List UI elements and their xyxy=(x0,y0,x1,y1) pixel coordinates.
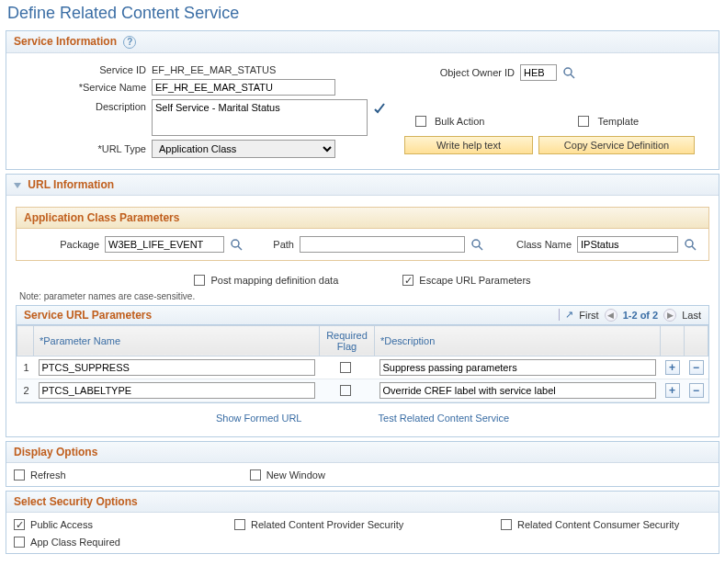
param-desc-input[interactable] xyxy=(379,359,656,376)
svg-line-5 xyxy=(479,246,482,250)
public-access-label: Public Access xyxy=(30,519,93,530)
path-label: Path xyxy=(248,239,294,250)
row-num: 2 xyxy=(17,379,34,401)
escape-url-label: Escape URL Parameters xyxy=(419,275,530,286)
param-name-input[interactable] xyxy=(39,382,315,399)
service-info-section: Service Information ? Service ID EF_HR_E… xyxy=(6,30,719,170)
path-input[interactable] xyxy=(300,236,465,253)
template-checkbox[interactable] xyxy=(578,116,589,127)
app-class-params-section: Application Class Parameters Package Pat… xyxy=(16,207,709,261)
col-param-name[interactable]: *Parameter Name xyxy=(34,325,320,356)
bulk-action-label: Bulk Action xyxy=(435,116,484,127)
url-type-select[interactable]: Application Class xyxy=(152,140,335,158)
description-label: Description xyxy=(17,99,146,112)
class-name-input[interactable] xyxy=(577,236,678,253)
col-required-flag[interactable]: Required Flag xyxy=(320,325,375,356)
provider-security-checkbox[interactable] xyxy=(234,519,245,530)
case-sensitive-note: Note: parameter names are case-sensitive… xyxy=(12,289,713,303)
url-info-section: URL Information Application Class Parame… xyxy=(6,174,719,437)
nav-prev-icon[interactable]: ◀ xyxy=(605,309,617,322)
app-class-required-label: App Class Required xyxy=(30,537,120,548)
description-textarea[interactable]: Self Service - Marital Status xyxy=(152,99,368,136)
bulk-action-checkbox[interactable] xyxy=(415,116,426,127)
class-name-label: Class Name xyxy=(489,239,572,250)
new-window-label: New Window xyxy=(266,469,325,481)
svg-point-4 xyxy=(472,240,480,247)
refresh-label: Refresh xyxy=(30,469,66,481)
delete-row-button[interactable]: − xyxy=(689,360,704,375)
add-row-button[interactable]: + xyxy=(665,383,680,398)
svg-line-3 xyxy=(238,246,242,250)
collapse-icon[interactable] xyxy=(14,183,21,188)
security-options-header: Select Security Options xyxy=(6,492,719,513)
col-description[interactable]: *Description xyxy=(375,325,661,356)
public-access-checkbox[interactable] xyxy=(14,519,25,530)
service-name-input[interactable] xyxy=(152,79,335,96)
nav-last[interactable]: Last xyxy=(682,310,701,321)
class-name-lookup-icon[interactable] xyxy=(684,238,697,251)
new-window-checkbox[interactable] xyxy=(250,469,261,481)
svg-line-1 xyxy=(571,74,574,78)
template-label: Template xyxy=(597,116,639,127)
escape-url-checkbox[interactable] xyxy=(402,275,413,286)
service-url-params-grid: Service URL Parameters ↗ First ◀ 1-2 of … xyxy=(16,305,709,403)
display-options-header: Display Options xyxy=(6,442,719,463)
delete-row-button[interactable]: − xyxy=(689,383,704,398)
test-service-link[interactable]: Test Related Content Service xyxy=(379,413,509,424)
svg-point-0 xyxy=(564,68,572,75)
nav-first[interactable]: First xyxy=(579,310,598,321)
consumer-security-checkbox[interactable] xyxy=(501,519,512,530)
row-num: 1 xyxy=(17,356,34,379)
package-lookup-icon[interactable] xyxy=(230,238,243,251)
service-name-label: Service Name xyxy=(17,82,146,93)
page-title: Define Related Content Service xyxy=(0,0,725,27)
package-input[interactable] xyxy=(105,236,224,253)
url-info-header: URL Information xyxy=(6,175,719,196)
path-lookup-icon[interactable] xyxy=(470,238,483,251)
show-formed-url-link[interactable]: Show Formed URL xyxy=(216,413,302,424)
url-type-label: URL Type xyxy=(17,143,146,154)
write-help-button[interactable]: Write help text xyxy=(404,136,533,154)
param-name-input[interactable] xyxy=(39,359,315,376)
nav-next-icon[interactable]: ▶ xyxy=(663,309,676,322)
object-owner-input[interactable] xyxy=(520,64,557,81)
consumer-security-label: Related Content Consumer Security xyxy=(517,519,679,530)
table-row: 1 + − xyxy=(17,356,708,379)
security-options-section: Select Security Options Public Access Re… xyxy=(6,491,719,554)
service-info-header-text: Service Information xyxy=(14,35,117,48)
object-owner-label: Object Owner ID xyxy=(404,67,515,78)
svg-line-7 xyxy=(692,246,696,250)
post-mapping-label: Post mapping definition data xyxy=(210,275,338,286)
refresh-checkbox[interactable] xyxy=(14,469,25,481)
copy-service-button[interactable]: Copy Service Definition xyxy=(538,136,695,154)
package-label: Package xyxy=(26,239,99,250)
table-row: 2 + − xyxy=(17,379,708,401)
help-icon[interactable]: ? xyxy=(123,36,136,49)
nav-range[interactable]: 1-2 of 2 xyxy=(623,310,659,321)
spellcheck-icon[interactable] xyxy=(373,101,386,114)
service-info-header: Service Information ? xyxy=(6,31,719,53)
service-id-value: EF_HR_EE_MAR_STATUS xyxy=(152,64,276,75)
required-flag-checkbox[interactable] xyxy=(340,362,351,373)
param-desc-input[interactable] xyxy=(379,382,656,399)
add-row-button[interactable]: + xyxy=(665,360,680,375)
post-mapping-checkbox[interactable] xyxy=(194,275,205,286)
provider-security-label: Related Content Provider Security xyxy=(251,519,403,530)
object-owner-lookup-icon[interactable] xyxy=(562,66,575,79)
svg-point-2 xyxy=(232,240,239,247)
svg-point-6 xyxy=(685,240,693,247)
url-info-header-text: URL Information xyxy=(28,178,114,191)
display-options-section: Display Options Refresh New Window xyxy=(6,441,719,487)
grid-title: Service URL Parameters xyxy=(24,309,152,322)
grid-popout-icon[interactable]: ↗ xyxy=(559,309,573,321)
app-class-required-checkbox[interactable] xyxy=(14,537,25,548)
required-flag-checkbox[interactable] xyxy=(340,385,351,396)
service-id-label: Service ID xyxy=(17,64,146,75)
app-class-params-header: Application Class Parameters xyxy=(17,208,708,229)
